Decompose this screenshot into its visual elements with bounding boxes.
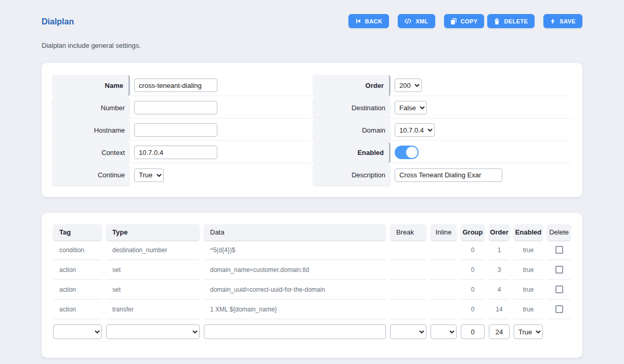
cell-inline: [431, 260, 457, 280]
form-right-column: Order 200 Destination False: [313, 75, 572, 186]
table-row: action transfer 1 XML ${domain_name} 0 1…: [53, 300, 571, 319]
number-input[interactable]: [134, 101, 217, 114]
xml-button[interactable]: XML: [398, 14, 435, 28]
name-label: Name: [52, 75, 130, 96]
new-enabled-select[interactable]: True: [514, 324, 543, 339]
delete-checkbox[interactable]: [555, 305, 563, 313]
context-input[interactable]: [134, 146, 217, 159]
cell-break: [390, 300, 426, 319]
delete-checkbox[interactable]: [555, 266, 563, 274]
cell-tag: condition: [53, 240, 102, 260]
form-row-order: Order 200: [313, 75, 572, 96]
new-inline-select[interactable]: [431, 324, 457, 339]
cell-type: destination_number: [106, 240, 200, 260]
cell-enabled: true: [514, 300, 543, 319]
header-tag: Tag: [53, 224, 102, 240]
cell-tag: action: [53, 300, 102, 319]
form-left-column: Name Number Hostname: [52, 75, 311, 186]
cell-order: 4: [489, 280, 510, 300]
cell-tag: action: [53, 260, 102, 280]
table-row: action set domain_name=customer.domain.t…: [53, 260, 571, 280]
cell-type: set: [106, 280, 200, 300]
order-select[interactable]: 200: [395, 79, 422, 92]
dialplan-details-table: Tag Type Data Break Inline Group Order E…: [49, 224, 575, 344]
domain-label: Domain: [313, 120, 391, 141]
cell-data: 1 XML ${domain_name}: [204, 300, 386, 319]
description-input[interactable]: [395, 168, 502, 182]
cell-group: 0: [461, 300, 485, 319]
hostname-label: Hostname: [52, 120, 130, 141]
copy-delete-group: COPY DELETE: [444, 14, 535, 28]
cell-enabled: true: [514, 240, 543, 260]
destination-label: Destination: [313, 97, 391, 119]
back-button[interactable]: BACK: [348, 14, 389, 28]
save-button-label: SAVE: [560, 18, 576, 24]
toolbar: BACK XML COPY DELE: [348, 14, 582, 28]
header-data: Data: [204, 224, 386, 240]
destination-select[interactable]: False: [395, 101, 427, 114]
trash-icon: [494, 18, 500, 24]
copy-button[interactable]: COPY: [444, 14, 485, 28]
cell-group: 0: [461, 240, 485, 260]
header-delete: Delete: [547, 224, 571, 240]
header-inline: Inline: [431, 224, 457, 240]
context-label: Context: [52, 142, 130, 163]
copy-icon: [451, 18, 457, 24]
cell-inline: [431, 280, 457, 300]
dialplan-details-card: Tag Type Data Break Inline Group Order E…: [42, 213, 582, 358]
page-title: Dialplan: [42, 16, 74, 27]
page-subtitle: Dialplan include general settings.: [42, 42, 582, 49]
new-entry-row: True: [53, 319, 571, 344]
skip-back-icon: [355, 18, 361, 24]
cell-inline: [431, 300, 457, 319]
cell-data: domain_uuid=correct-uuid-for-the-domain: [204, 280, 386, 300]
delete-checkbox[interactable]: [555, 285, 563, 293]
cell-break: [390, 240, 426, 260]
lightning-icon: [550, 18, 555, 24]
topbar: Dialplan BACK XML COPY: [42, 0, 582, 28]
table-header-row: Tag Type Data Break Inline Group Order E…: [53, 224, 571, 240]
cell-group: 0: [461, 280, 485, 300]
general-settings-card: Name Number Hostname: [42, 63, 582, 197]
header-order: Order: [489, 224, 510, 240]
domain-select[interactable]: 10.7.0.4: [395, 123, 435, 137]
name-input[interactable]: [134, 79, 217, 92]
cell-type: transfer: [106, 300, 200, 319]
new-group-input[interactable]: [461, 324, 485, 339]
form-row-number: Number: [52, 97, 311, 119]
new-break-select[interactable]: [390, 324, 426, 339]
new-order-input[interactable]: [489, 324, 510, 339]
back-button-label: BACK: [365, 18, 382, 24]
enabled-label: Enabled: [313, 142, 391, 163]
cell-data: domain_name=customer.domain.tld: [204, 260, 386, 280]
order-label: Order: [313, 75, 391, 96]
form-row-description: Description: [313, 164, 572, 186]
hostname-input[interactable]: [134, 123, 217, 137]
cell-break: [390, 260, 426, 280]
delete-checkbox[interactable]: [555, 246, 563, 254]
form-row-hostname: Hostname: [52, 120, 311, 141]
table-row: condition destination_number ^5(d{4})$ 0…: [53, 240, 571, 260]
new-tag-select[interactable]: [53, 324, 102, 339]
save-button[interactable]: SAVE: [543, 14, 582, 28]
cell-enabled: true: [514, 260, 543, 280]
new-data-input[interactable]: [204, 324, 386, 339]
enabled-toggle[interactable]: [395, 146, 419, 159]
copy-button-label: COPY: [461, 18, 478, 24]
cell-break: [390, 280, 426, 300]
new-type-select[interactable]: [106, 324, 200, 339]
delete-button-label: DELETE: [504, 18, 528, 24]
table-row: action set domain_uuid=correct-uuid-for-…: [53, 280, 571, 300]
cell-inline: [431, 240, 457, 260]
cell-order: 1: [489, 240, 510, 260]
description-label: Description: [313, 164, 391, 186]
delete-button[interactable]: DELETE: [487, 14, 535, 28]
form-row-domain: Domain 10.7.0.4: [313, 120, 572, 141]
form-row-enabled: Enabled: [313, 142, 572, 163]
header-enabled: Enabled: [514, 224, 543, 240]
header-type: Type: [106, 224, 200, 240]
dialplan-page: Dialplan BACK XML COPY: [0, 0, 624, 358]
continue-select[interactable]: True: [134, 168, 164, 182]
form-row-destination: Destination False: [313, 97, 572, 119]
cell-type: set: [106, 260, 200, 280]
